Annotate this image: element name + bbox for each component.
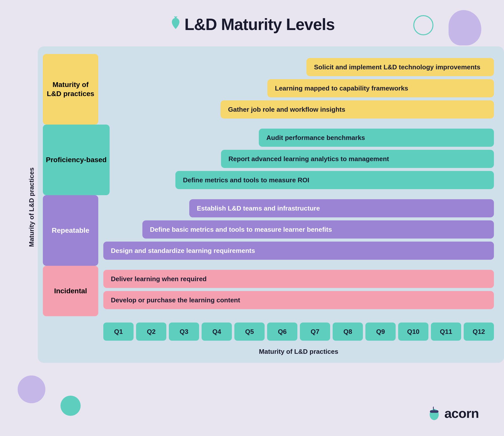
chart-container: Maturity of L&D practices Maturity of L&… (25, 46, 479, 368)
blob-bottom-left (18, 375, 45, 403)
blob-teal-bottom-left (60, 396, 81, 416)
acorn-logo-icon (427, 406, 441, 421)
quarters-col: Q1 Q2 Q3 Q4 Q5 Q6 Q7 Q8 Q9 Q10 Q11 Q12 (103, 316, 494, 345)
blob-large-top-right (449, 10, 481, 45)
quarter-q1: Q1 (103, 323, 134, 341)
y-axis-label: Maturity of L&D practices (25, 46, 38, 368)
quarters-row: Q1 Q2 Q3 Q4 Q5 Q6 Q7 Q8 Q9 Q10 Q11 Q12 (103, 319, 494, 343)
quarter-q7: Q7 (300, 323, 330, 341)
quarter-q11: Q11 (431, 323, 461, 341)
proficiency-bar-3: Define metrics and tools to measure ROI (175, 171, 494, 189)
category-proficiency: Proficiency-based (43, 125, 110, 195)
category-repeatable: Repeatable (43, 195, 98, 266)
quarter-q5: Q5 (234, 323, 265, 341)
category-incidental: Incidental (43, 266, 98, 316)
maturity-bar-3: Gather job role and workflow insights (220, 100, 494, 119)
repeatable-bar-3: Design and standardize learning requirem… (103, 242, 494, 260)
maturity-bars: Solicit and implement L&D technology imp… (103, 54, 494, 125)
sections-wrapper: Maturity of L&D practices Solicit and im… (43, 54, 494, 358)
acorn-logo: acorn (427, 406, 479, 421)
repeatable-bars: Establish L&D teams and infrastructure D… (103, 195, 494, 266)
x-axis-group: Maturity of L&D practices (43, 345, 494, 358)
acorn-logo-text: acorn (444, 406, 479, 421)
x-label-empty (43, 345, 98, 358)
chart-bg: Maturity of L&D practices Solicit and im… (38, 46, 504, 363)
quarter-empty-cell (43, 316, 98, 345)
repeatable-bar-2: Define basic metrics and tools to measur… (142, 220, 494, 239)
page: L&D Maturity Levels Maturity of L&D prac… (0, 0, 504, 436)
quarter-q9: Q9 (365, 323, 396, 341)
category-maturity: Maturity of L&D practices (43, 54, 98, 125)
section-maturity-group: Maturity of L&D practices Solicit and im… (43, 54, 494, 125)
quarter-q2: Q2 (136, 323, 166, 341)
x-axis-label: Maturity of L&D practices (103, 345, 494, 358)
quarter-q4: Q4 (202, 323, 232, 341)
quarters-group: Q1 Q2 Q3 Q4 Q5 Q6 Q7 Q8 Q9 Q10 Q11 Q12 (43, 316, 494, 345)
proficiency-bars: Audit performance benchmarks Report adva… (115, 125, 494, 195)
incidental-bars: Deliver learning when required Develop o… (103, 266, 494, 316)
quarter-q3: Q3 (169, 323, 199, 341)
title-area: L&D Maturity Levels (169, 15, 335, 34)
proficiency-bar-2: Report advanced learning analytics to ma… (221, 150, 494, 168)
maturity-bar-1: Solicit and implement L&D technology imp… (306, 58, 494, 76)
section-repeatable-group: Repeatable Establish L&D teams and infra… (43, 195, 494, 266)
page-title: L&D Maturity Levels (184, 15, 335, 34)
title-icon (169, 16, 182, 33)
repeatable-bar-1: Establish L&D teams and infrastructure (189, 199, 494, 217)
quarter-q6: Q6 (267, 323, 297, 341)
quarter-q8: Q8 (333, 323, 363, 341)
incidental-bar-1: Deliver learning when required (103, 270, 494, 288)
maturity-bar-2: Learning mapped to capability frameworks (267, 79, 494, 97)
incidental-bar-2: Develop or purchase the learning content (103, 291, 494, 309)
blob-circle-top-right (413, 15, 433, 35)
quarter-q10: Q10 (398, 323, 428, 341)
quarter-q12: Q12 (464, 323, 494, 341)
section-incidental-group: Incidental Deliver learning when require… (43, 266, 494, 316)
proficiency-bar-1: Audit performance benchmarks (259, 129, 494, 147)
section-proficiency-group: Proficiency-based Audit performance benc… (43, 125, 494, 195)
